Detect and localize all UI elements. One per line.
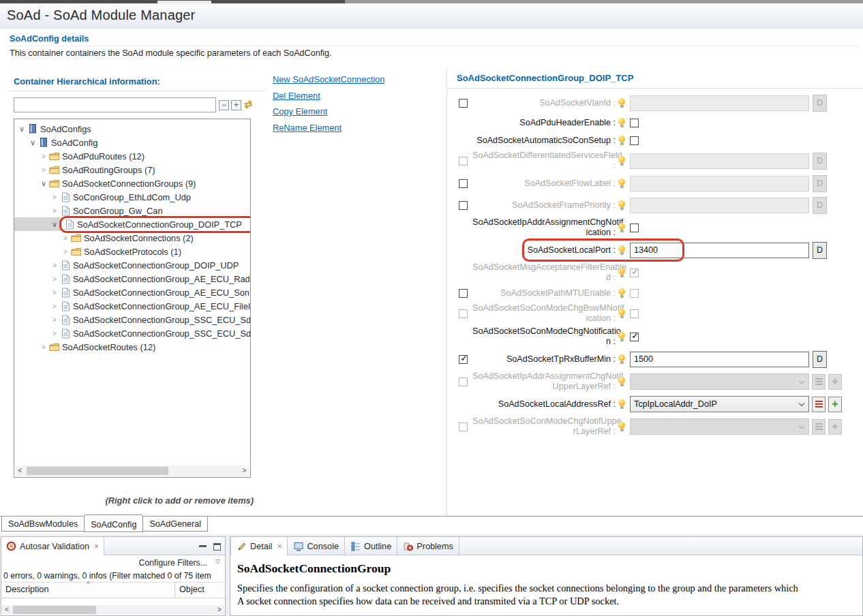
detail-view: Detail×ConsoleOutlineProblems SoAdSocket… [230, 536, 863, 616]
tree-item[interactable]: ∨SoAdSocketConnectionGroups (9) [14, 176, 250, 190]
action-link-copy-element[interactable]: Copy Element [273, 106, 384, 117]
bottom-views: Autosar Validation × Configure Filters..… [0, 534, 863, 616]
tree-item[interactable]: >SoAdPduRoutes (12) [14, 149, 250, 163]
chevron-collapsed-icon[interactable]: > [61, 248, 70, 256]
scroll-right-icon[interactable]: > [215, 605, 224, 615]
collapse-all-icon[interactable]: − [219, 100, 229, 110]
parameter-input[interactable]: 1500 [630, 352, 809, 367]
editor-tab-soadconfig[interactable]: SoAdConfig [84, 514, 143, 532]
maximize-icon[interactable] [213, 543, 221, 551]
annotation-highlight: SoAdSocketConnectionGroup_DOIP_TCP [59, 216, 251, 233]
enable-checkbox[interactable] [459, 201, 468, 210]
tree-filter-input[interactable] [14, 97, 216, 112]
enable-checkbox[interactable] [459, 355, 468, 364]
parameter-checkbox[interactable] [630, 119, 639, 127]
tree-item[interactable]: >SoAdSocketRoutes (12) [14, 340, 250, 354]
close-icon[interactable]: × [277, 542, 282, 551]
tree-item[interactable]: >SoAdSocketConnectionGroup_AE_ECU_Rad [14, 272, 250, 286]
chevron-collapsed-icon[interactable]: > [50, 330, 59, 337]
reference-list-icon[interactable] [812, 397, 826, 412]
view-menu-icon[interactable]: ▽ [215, 558, 220, 565]
form-row-SoAdSocketPathMTUEnable: SoAdSocketPathMTUEnable : [447, 284, 863, 302]
chevron-collapsed-icon[interactable]: > [39, 343, 48, 351]
view-tab-problems[interactable]: Problems [397, 537, 459, 555]
scrollbar-thumb[interactable] [27, 467, 168, 475]
tree-item[interactable]: >SoAdSocketConnectionGroup_SSC_ECU_Sd [14, 313, 250, 326]
chevron-collapsed-icon[interactable]: > [39, 153, 48, 160]
editor-tab-soadgeneral[interactable]: SoAdGeneral [142, 517, 208, 532]
parameter-checkbox[interactable] [630, 136, 639, 145]
form-row-SoAdSocketSoConModeChgBswMNotification: SoAdSocketSoConModeChgBswMNotif ication … [447, 302, 863, 325]
form-row-SoAdSocketMsgAcceptanceFilterEnabled: SoAdSocketMsgAcceptanceFilterEnable d : [447, 261, 863, 284]
tree-item[interactable]: ∨SoAdSocketConnectionGroup_DOIP_TCP [14, 217, 250, 231]
tree-item-label: SoAdConfig [50, 138, 97, 148]
chevron-collapsed-icon[interactable]: > [50, 316, 59, 324]
tree-item[interactable]: ∨SoAdConfig [14, 136, 250, 149]
chevron-collapsed-icon[interactable]: > [39, 166, 48, 174]
editor-header: SoAd - SoAd Module Manager [0, 3, 863, 29]
parameter-checkbox[interactable] [630, 333, 639, 341]
folder-icon [70, 246, 82, 257]
parameter-checkbox [630, 309, 639, 318]
configure-filters-button[interactable]: Configure Filters... [139, 558, 207, 568]
chevron-collapsed-icon[interactable]: > [50, 275, 59, 283]
view-tab-console[interactable]: Console [288, 537, 345, 555]
add-reference-icon[interactable]: + [828, 397, 842, 412]
action-link-new-soadsocketconnection[interactable]: New SoAdSocketConnection [273, 74, 384, 84]
action-link-del-element[interactable]: Del Element [273, 91, 384, 101]
parameter-input[interactable]: 13400 [630, 243, 809, 258]
column-header-object[interactable]: Object [175, 583, 205, 598]
view-tab-autosar-validation[interactable]: Autosar Validation × [1, 537, 104, 555]
scrollbar-thumb[interactable] [13, 606, 96, 614]
close-icon[interactable]: × [94, 542, 99, 551]
tree-item[interactable]: >SoAdSocketConnectionGroup_AE_ECU_Son [14, 286, 250, 299]
parameter-dropdown[interactable]: TcpIpLocalAddr_DoIP [630, 396, 809, 412]
tree-item[interactable]: >SoAdRoutingGroups (7) [14, 163, 250, 176]
view-tab-detail[interactable]: Detail× [230, 537, 288, 555]
parameter-checkbox[interactable] [630, 224, 639, 232]
parameter-label: SoAdSocketLocalPort : [472, 245, 616, 256]
enable-checkbox[interactable] [459, 99, 468, 108]
view-tab-outline[interactable]: Outline [345, 537, 397, 555]
default-value-button[interactable]: D [813, 242, 827, 259]
action-link-rename-element[interactable]: ReName Element [273, 123, 384, 133]
chevron-expanded-icon[interactable]: ∨ [28, 138, 37, 147]
parameter-label: SoAdSocketSoConModeChgNotifUppe rLayerRe… [472, 416, 616, 437]
chevron-expanded-icon[interactable]: ∨ [39, 179, 48, 188]
chevron-collapsed-icon[interactable]: > [50, 207, 59, 215]
tree-item[interactable]: >SoConGroup_EthLdCom_Udp [14, 190, 250, 204]
tree-item[interactable]: >SoAdSocketConnectionGroup_AE_ECU_FileI [14, 299, 250, 313]
tree-item[interactable]: ∨SoAdConfigs [14, 122, 250, 136]
default-value-button[interactable]: D [813, 351, 827, 368]
expand-all-icon[interactable]: + [231, 100, 241, 110]
chevron-collapsed-icon[interactable]: > [50, 289, 59, 296]
tree-item-label: SoConGroup_Gw_Can [72, 206, 163, 216]
minimize-icon[interactable] [199, 545, 207, 551]
form-row-SoAdSocketIpAddrAssignmentChgNotifUpperLayerRef: SoAdSocketIpAddrAssignmentChgNotif Upper… [447, 370, 863, 393]
tree-item[interactable]: >SoAdSocketConnectionGroup_SSC_ECU_Sd [14, 326, 250, 340]
chevron-collapsed-icon[interactable]: > [50, 303, 59, 310]
chevron-collapsed-icon[interactable]: > [50, 262, 59, 269]
sync-icon[interactable]: ⇄ [243, 97, 254, 112]
scroll-left-icon[interactable]: < [15, 466, 25, 476]
parameter-label: SoAdSocketFramePriority : [472, 200, 616, 211]
validation-horizontal-scrollbar[interactable]: < > [2, 605, 224, 615]
view-tab-label: Problems [417, 542, 453, 551]
document-icon [63, 219, 76, 230]
tree-item[interactable]: >SoAdSocketProtocols (1) [14, 245, 250, 258]
tree-horizontal-scrollbar[interactable]: < > [15, 465, 249, 476]
editor-tab-soadbswmodules[interactable]: SoAdBswModules [1, 517, 85, 532]
chevron-collapsed-icon[interactable]: > [61, 234, 70, 242]
enable-checkbox[interactable] [459, 289, 468, 298]
enable-checkbox[interactable] [459, 179, 468, 188]
tree-item-label: SoAdSocketConnectionGroup_DOIP_UDP [72, 260, 239, 271]
tree-item[interactable]: >SoAdSocketConnections (2) [14, 231, 250, 245]
chevron-collapsed-icon[interactable]: > [50, 194, 59, 201]
scroll-left-icon[interactable]: < [2, 605, 12, 615]
chevron-expanded-icon[interactable]: ∨ [50, 220, 59, 229]
tree-item[interactable]: >SoAdSocketConnectionGroup_DOIP_UDP [14, 258, 250, 272]
scroll-right-icon[interactable]: > [239, 466, 249, 476]
chevron-expanded-icon[interactable]: ∨ [17, 125, 27, 134]
parameter-form: SoAdSocketConnectionGroup_DOIP_TCP SoAdS… [447, 68, 863, 518]
form-row-SoAdSocketLocalPort: SoAdSocketLocalPort :13400D [447, 239, 863, 261]
